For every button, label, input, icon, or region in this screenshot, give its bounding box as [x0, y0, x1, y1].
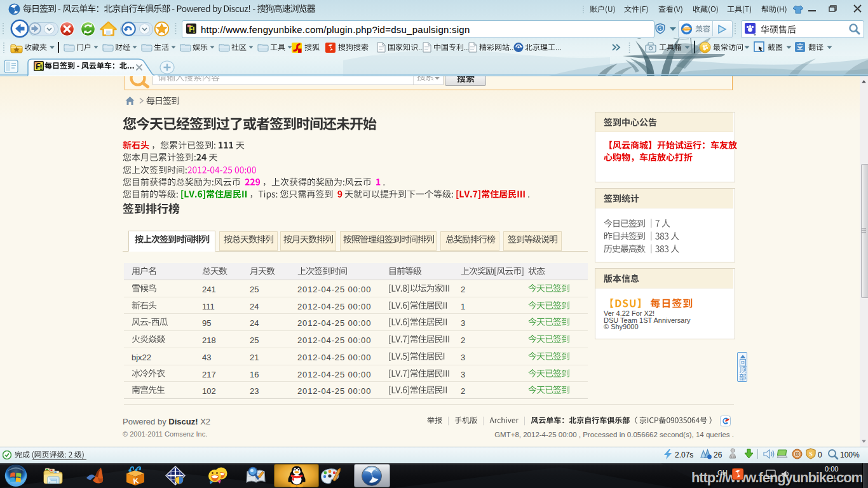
svg-text:S: S — [809, 451, 813, 458]
